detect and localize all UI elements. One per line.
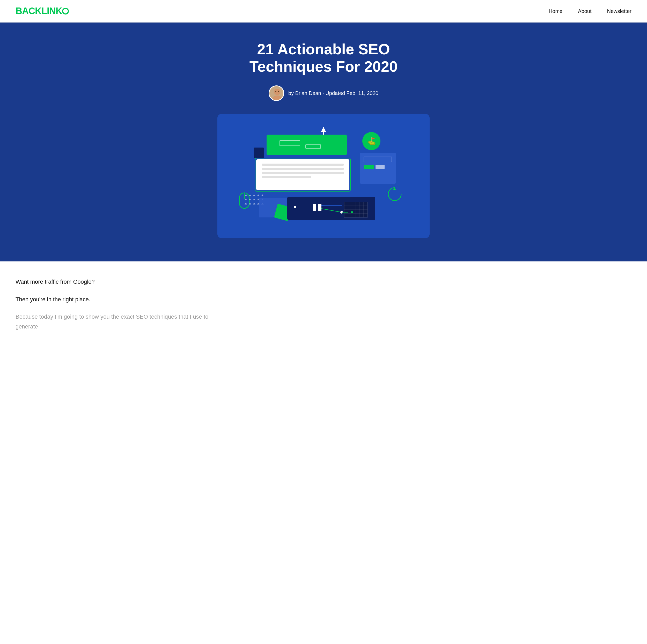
blue-card-green-btn: [364, 165, 374, 169]
blue-card-white-btn: [375, 165, 384, 169]
logo[interactable]: BACKLINK: [15, 6, 69, 16]
content-line-1: [262, 163, 344, 166]
avatar: [269, 85, 284, 101]
nav-about[interactable]: About: [578, 8, 591, 14]
svg-line-14: [321, 209, 342, 212]
author-text: by Brian Dean · Updated Feb. 11, 2020: [288, 90, 378, 96]
hero-title: 21 Actionable SEO Techniques For 2020: [220, 41, 427, 75]
content-line-4: [262, 176, 311, 178]
content-line-2: [262, 168, 344, 170]
seo-illustration: ⛳: [230, 127, 417, 225]
logo-o: [62, 8, 69, 14]
main-content: Want more traffic from Google? Then you'…: [0, 262, 233, 355]
green-bar-box1: [280, 140, 300, 146]
nav-home[interactable]: Home: [549, 8, 562, 14]
hero-section: 21 Actionable SEO Techniques For 2020 by…: [0, 22, 647, 262]
svg-point-1: [274, 89, 280, 95]
content-para-3: Because today I'm going to show you the …: [15, 312, 217, 331]
content-line-3: [262, 172, 344, 174]
content-para-2: Then you're in the right place.: [15, 295, 217, 304]
dark-bottom-card: [287, 197, 375, 220]
hero-illustration-card: ⛳: [217, 114, 430, 238]
white-content-card: [256, 159, 349, 190]
main-nav: Home About Newsletter: [549, 8, 632, 14]
nav-newsletter[interactable]: Newsletter: [607, 8, 632, 14]
svg-point-9: [294, 206, 296, 208]
svg-rect-12: [318, 204, 321, 211]
svg-point-3: [275, 91, 276, 92]
blue-card-box: [364, 157, 392, 162]
author-line: by Brian Dean · Updated Feb. 11, 2020: [15, 85, 632, 101]
flag-icon: ⛳: [367, 137, 376, 145]
content-para-1: Want more traffic from Google?: [15, 277, 217, 287]
blue-card-right: [360, 153, 396, 184]
green-bar-box2: [305, 144, 321, 149]
svg-point-26: [351, 211, 353, 213]
green-circle: ⛳: [362, 132, 380, 150]
dark-square: [254, 148, 264, 158]
svg-point-4: [278, 91, 279, 92]
svg-marker-5: [321, 127, 326, 132]
refresh-circle-icon: [387, 186, 403, 202]
site-header: BACKLINK Home About Newsletter: [0, 0, 647, 22]
green-bar: [267, 135, 347, 155]
svg-rect-11: [313, 204, 316, 211]
